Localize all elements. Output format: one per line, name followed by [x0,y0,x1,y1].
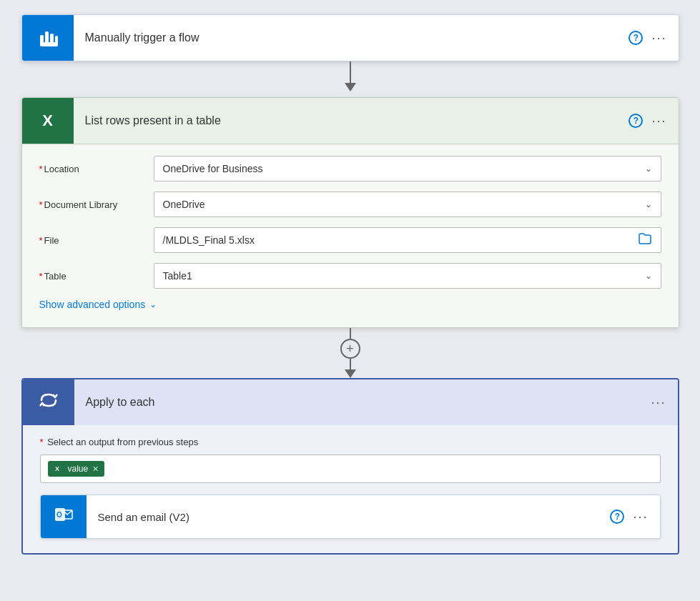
select-output-input[interactable]: X value ✕ [40,455,661,483]
send-email-more-icon[interactable]: ··· [633,510,648,525]
document-library-value: OneDrive [163,199,205,210]
svg-rect-4 [40,42,58,46]
trigger-actions: ? ··· [628,31,678,46]
show-advanced-options[interactable]: Show advanced options ⌄ [39,299,157,310]
connector-line-bottom [350,359,351,369]
outlook-icon: O [53,505,74,530]
loop-icon [37,389,60,416]
list-rows-header: X List rows present in a table ? ··· [22,98,679,144]
table-dropdown[interactable]: Table1 ⌄ [154,263,661,289]
send-email-actions: ? ··· [610,510,659,525]
list-rows-body: *Location OneDrive for Business ⌄ *Docum… [22,144,679,327]
file-input[interactable]: /MLDLS_Final 5.xlsx [154,227,661,253]
apply-to-each-body: * Select an output from previous steps X… [23,425,678,553]
document-library-dropdown[interactable]: OneDrive ⌄ [154,192,661,217]
list-rows-icon-box: X [22,98,74,144]
apply-to-each-more-icon[interactable]: ··· [651,395,666,410]
location-value: OneDrive for Business [163,163,263,174]
doclibrary-required-star: * [39,199,43,210]
location-label: *Location [39,164,154,174]
send-email-icon-box: O [41,495,87,538]
arrow-line [350,61,351,83]
location-chevron-icon: ⌄ [645,164,652,174]
document-library-label: *Document Library [39,199,154,210]
file-required-star: * [39,235,43,246]
list-rows-more-icon[interactable]: ··· [651,114,666,129]
send-email-header: O Send an email (V2) ? ··· [41,495,660,538]
file-value: /MLDLS_Final 5.xlsx [163,234,255,246]
file-label: *File [39,235,154,246]
list-rows-actions: ? ··· [628,114,678,129]
table-row: *Table Table1 ⌄ [39,263,661,289]
svg-text:O: O [56,511,62,519]
location-control-wrapper: OneDrive for Business ⌄ [154,156,661,182]
apply-to-each-title: Apply to each [74,396,651,409]
arrow-connector-1 [345,61,356,97]
send-email-help-icon[interactable]: ? [610,510,624,524]
document-library-control-wrapper: OneDrive ⌄ [154,192,661,217]
hand-icon [35,25,61,51]
trigger-card: Manually trigger a flow ? ··· [21,14,679,61]
show-advanced-chevron-icon: ⌄ [149,299,157,309]
apply-to-each-icon-box [23,379,74,425]
select-output-label: * Select an output from previous steps [40,437,661,447]
send-email-card: O Send an email (V2) ? ··· [40,495,661,539]
apply-to-each-header: Apply to each ··· [23,379,678,425]
location-dropdown[interactable]: OneDrive for Business ⌄ [154,156,661,182]
trigger-help-icon[interactable]: ? [628,31,643,45]
table-control-wrapper: Table1 ⌄ [154,263,661,289]
value-tag-close-icon[interactable]: ✕ [92,465,99,474]
table-label: *Table [39,271,154,282]
connector-line-top [350,328,351,339]
send-email-title: Send an email (V2) [87,511,611,523]
trigger-title: Manually trigger a flow [74,31,629,44]
svg-text:X: X [55,465,59,472]
table-chevron-icon: ⌄ [645,271,652,281]
table-value: Table1 [163,270,192,282]
location-row: *Location OneDrive for Business ⌄ [39,156,661,182]
document-library-chevron-icon: ⌄ [645,199,652,209]
table-required-star: * [39,271,43,282]
folder-icon [638,232,652,248]
value-tag-excel-icon: X [54,463,64,475]
plus-connector: + [340,328,360,378]
trigger-icon-box [22,15,74,61]
select-output-required-star: * [40,437,46,447]
list-rows-title: List rows present in a table [74,114,629,127]
file-control-wrapper: /MLDLS_Final 5.xlsx [154,227,661,253]
connector-arrow-head [345,369,356,378]
add-step-button[interactable]: + [340,339,360,359]
arrow-head [345,83,356,91]
apply-to-each-actions: ··· [651,395,677,410]
value-tag-label: value [68,464,89,474]
file-row: *File /MLDLS_Final 5.xlsx [39,227,661,253]
excel-icon: X [42,111,53,130]
location-required-star: * [39,164,43,174]
value-tag: X value ✕ [48,461,105,477]
apply-to-each-card: Apply to each ··· * Select an output fro… [21,378,679,555]
list-rows-help-icon[interactable]: ? [628,114,643,128]
show-advanced-label: Show advanced options [39,299,146,310]
list-rows-card: X List rows present in a table ? ··· *Lo… [21,97,679,328]
document-library-row: *Document Library OneDrive ⌄ [39,192,661,217]
trigger-more-icon[interactable]: ··· [651,31,666,46]
